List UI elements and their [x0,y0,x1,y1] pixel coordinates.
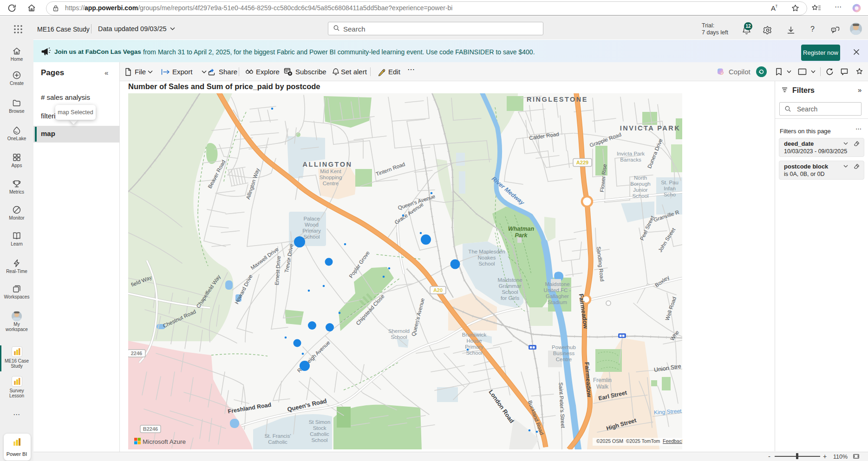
svg-text:North: North [634,175,647,181]
svg-text:School: School [502,289,518,295]
svg-text:Stadium: Stadium [548,299,567,305]
svg-text:Catholic: Catholic [310,431,329,437]
svg-text:School: School [466,350,482,356]
svg-text:School: School [478,261,495,266]
svg-text:INVICTA PARK: INVICTA PARK [620,124,680,132]
svg-text:©2025 OSM ©2025 TomTom Feedb: ©2025 OSM ©2025 TomTom Feedback [596,438,682,444]
svg-text:St. Francis': St. Francis' [264,433,291,439]
svg-text:School: School [303,234,320,240]
svg-text:St. Pau: St. Pau [661,180,679,185]
svg-text:Microsoft Azure: Microsoft Azure [143,438,186,445]
svg-text:Borough: Borough [630,181,650,187]
svg-text:A20: A20 [433,287,443,293]
svg-text:Invicta Park: Invicta Park [617,151,645,156]
svg-text:Shernold: Shernold [388,328,410,334]
svg-text:Wood: Wood [305,222,319,227]
svg-text:Grammar: Grammar [499,283,522,289]
svg-text:B2246: B2246 [143,426,158,432]
svg-text:2246: 2246 [131,351,142,356]
svg-text:Walk: Walk [596,383,609,390]
svg-text:Scho: Scho [664,192,676,197]
svg-text:Junior: Junior [633,187,647,193]
svg-text:Noakes: Noakes [478,255,496,260]
svg-text:United FC -: United FC - [544,287,571,293]
svg-text:Infan: Infan [664,186,676,191]
svg-text:Centre: Centre [323,181,339,186]
svg-text:Primary: Primary [302,228,321,234]
svg-text:Maidstone: Maidstone [497,277,522,283]
svg-text:ALLINGTON: ALLINGTON [303,161,352,168]
svg-text:RINGLESTONE: RINGLESTONE [527,96,588,103]
svg-text:House: House [466,338,482,344]
svg-text:Maidstone: Maidstone [545,281,569,287]
svg-text:Powerhub: Powerhub [552,344,576,350]
svg-text:School: School [632,193,648,199]
svg-text:A229: A229 [576,160,588,165]
svg-text:Fremlin: Fremlin [593,377,612,383]
svg-text:Mid Kent: Mid Kent [320,169,341,174]
svg-text:School: School [391,334,407,340]
svg-text:School: School [311,437,327,443]
svg-text:Gallagher: Gallagher [546,293,569,299]
svg-text:Stock: Stock [313,425,326,431]
svg-text:Palace: Palace [303,216,320,221]
svg-text:Centre: Centre [556,357,572,362]
svg-text:for Girls: for Girls [501,295,520,301]
svg-text:St Simon: St Simon [309,419,331,425]
svg-text:Park: Park [515,232,528,239]
svg-text:Business: Business [553,351,575,356]
svg-text:Brunswick: Brunswick [462,332,487,338]
svg-text:Whatman: Whatman [508,226,535,232]
svg-text:Shopping: Shopping [320,175,342,180]
svg-text:The Maplesden: The Maplesden [468,249,505,254]
svg-text:Barracks: Barracks [620,157,641,162]
svg-text:Catholic: Catholic [268,439,287,445]
